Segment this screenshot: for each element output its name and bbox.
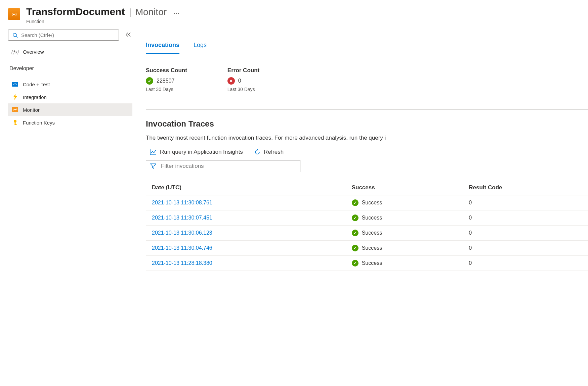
svg-marker-9	[151, 164, 156, 168]
sidebar-item-label: Overview	[23, 49, 44, 55]
flash-icon	[12, 94, 18, 100]
sidebar-item-label: Function Keys	[23, 120, 55, 126]
sidebar-item-function-keys[interactable]: Function Keys	[8, 116, 132, 129]
check-icon: ✓	[352, 199, 359, 206]
stat-subtext: Last 30 Days	[146, 87, 187, 92]
monitor-icon	[12, 107, 18, 113]
stat-value: 228507	[157, 78, 174, 84]
x-icon: ✕	[227, 77, 235, 85]
svg-marker-4	[13, 94, 17, 100]
button-label: Refresh	[264, 149, 284, 155]
filter-input[interactable]	[146, 160, 300, 172]
check-icon: ✓	[352, 245, 359, 251]
stat-success: Success Count ✓ 228507 Last 30 Days	[146, 67, 187, 92]
table-row: 2021-10-13 11:30:08.761✓Success0	[146, 195, 588, 210]
check-icon: ✓	[352, 214, 359, 221]
refresh-button[interactable]: Refresh	[254, 149, 284, 155]
table-row: 2021-10-13 11:30:07.451✓Success0	[146, 210, 588, 226]
search-input[interactable]	[8, 30, 119, 41]
trace-success-label: Success	[362, 260, 382, 266]
svg-rect-5	[12, 107, 18, 112]
page-title-context: Monitor	[135, 7, 167, 17]
table-row: 2021-10-13 11:28:18.380✓Success0	[146, 256, 588, 271]
sidebar-item-label: Monitor	[23, 107, 40, 113]
filter-field[interactable]	[161, 163, 296, 170]
traces-description: The twenty most recent function invocati…	[146, 135, 588, 141]
sidebar-item-label: Code + Test	[23, 82, 50, 87]
page-title-main: TransformDocument	[26, 6, 125, 17]
sidebar: {ƒx} Overview Developer </> Code + Test …	[8, 30, 132, 271]
sidebar-section-heading: Developer	[8, 58, 132, 75]
line-chart-icon	[150, 149, 157, 155]
filter-icon	[150, 163, 156, 169]
trace-date-link[interactable]: 2021-10-13 11:30:06.123	[152, 230, 212, 236]
svg-text:</>: </>	[13, 83, 17, 86]
svg-rect-8	[15, 124, 17, 125]
check-icon: ✓	[352, 260, 359, 267]
col-result[interactable]: Result Code	[463, 180, 588, 195]
trace-success-label: Success	[362, 200, 382, 206]
table-row: 2021-10-13 11:30:06.123✓Success0	[146, 226, 588, 241]
function-app-icon: (••)	[8, 8, 20, 20]
sidebar-item-integration[interactable]: Integration	[8, 91, 132, 103]
trace-date-link[interactable]: 2021-10-13 11:28:18.380	[152, 260, 212, 266]
stat-title: Success Count	[146, 67, 187, 74]
page-subtitle: Function	[26, 19, 182, 24]
sidebar-item-monitor[interactable]: Monitor	[8, 103, 132, 116]
page-title-separator: |	[129, 7, 131, 17]
tab-invocations[interactable]: Invocations	[146, 40, 179, 54]
svg-line-1	[16, 36, 17, 38]
stat-title: Error Count	[227, 67, 259, 74]
check-icon: ✓	[352, 230, 359, 236]
sidebar-item-overview[interactable]: {ƒx} Overview	[8, 45, 132, 58]
page-header: (••) TransformDocument | Monitor ⋯ Funct…	[8, 6, 588, 24]
trace-date-link[interactable]: 2021-10-13 11:30:08.761	[152, 200, 212, 205]
tabs: Invocations Logs	[146, 40, 588, 54]
main-content: Invocations Logs Success Count ✓ 228507 …	[146, 30, 588, 271]
sidebar-item-label: Integration	[23, 94, 47, 100]
refresh-icon	[254, 149, 260, 155]
trace-result-code: 0	[463, 195, 588, 210]
search-icon	[12, 33, 18, 38]
check-icon: ✓	[146, 77, 153, 85]
trace-result-code: 0	[463, 256, 588, 271]
col-date[interactable]: Date (UTC)	[146, 180, 346, 195]
chevron-double-left-icon	[126, 32, 131, 37]
svg-point-0	[13, 33, 16, 37]
trace-success-label: Success	[362, 245, 382, 251]
stat-value: 0	[238, 78, 241, 84]
traces-table: Date (UTC) Success Result Code 2021-10-1…	[146, 180, 588, 271]
collapse-sidebar-button[interactable]	[124, 31, 132, 40]
button-label: Run query in Application Insights	[160, 149, 243, 155]
trace-result-code: 0	[463, 210, 588, 226]
more-actions-button[interactable]: ⋯	[171, 8, 182, 18]
fx-icon: {ƒx}	[12, 49, 18, 55]
search-field[interactable]	[21, 32, 115, 38]
divider	[146, 109, 588, 110]
code-icon: </>	[12, 81, 18, 87]
svg-point-6	[14, 120, 16, 123]
tab-logs[interactable]: Logs	[194, 40, 207, 54]
trace-success-label: Success	[362, 215, 382, 221]
traces-heading: Invocation Traces	[146, 119, 588, 129]
trace-date-link[interactable]: 2021-10-13 11:30:07.451	[152, 215, 212, 221]
trace-result-code: 0	[463, 241, 588, 256]
run-query-button[interactable]: Run query in Application Insights	[150, 149, 243, 155]
stat-subtext: Last 30 Days	[227, 87, 259, 92]
sidebar-item-code-test[interactable]: </> Code + Test	[8, 78, 132, 91]
trace-success-label: Success	[362, 230, 382, 236]
table-row: 2021-10-13 11:30:04.746✓Success0	[146, 241, 588, 256]
col-success[interactable]: Success	[346, 180, 463, 195]
trace-date-link[interactable]: 2021-10-13 11:30:04.746	[152, 245, 212, 251]
trace-result-code: 0	[463, 226, 588, 241]
key-icon	[12, 119, 18, 126]
stat-error: Error Count ✕ 0 Last 30 Days	[227, 67, 259, 92]
